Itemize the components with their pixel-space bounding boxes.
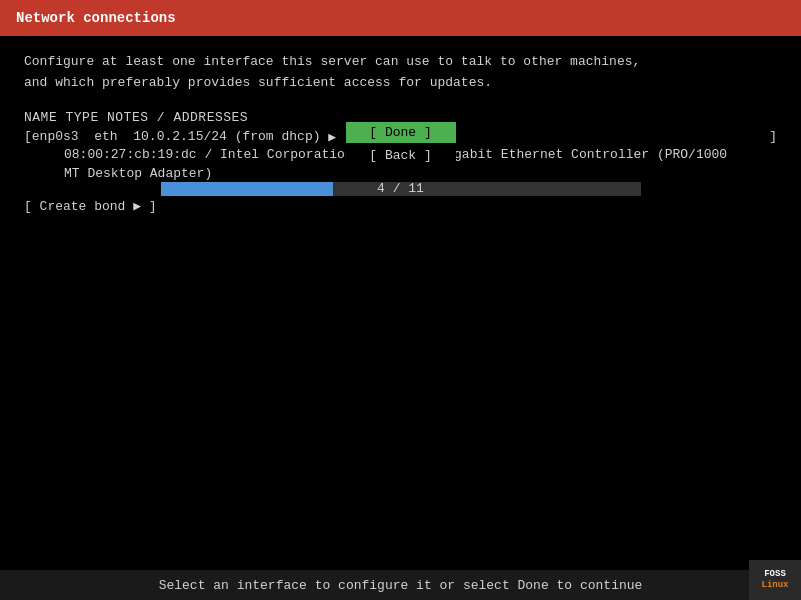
title-bar: Network connections	[0, 0, 801, 36]
button-area: [ Done ] [ Back ]	[0, 122, 801, 166]
foss-linux-badge: FOSS Linux	[749, 560, 801, 600]
progress-bar-fill	[161, 182, 334, 196]
create-bond[interactable]: [ Create bond ▶ ]	[24, 198, 777, 214]
progress-bar-track: 4 / 11	[161, 182, 641, 196]
back-button[interactable]: [ Back ]	[346, 145, 456, 166]
linux-text: Linux	[761, 580, 788, 591]
description: Configure at least one interface this se…	[24, 52, 777, 94]
foss-text: FOSS	[764, 569, 786, 580]
title-label: Network connections	[16, 10, 176, 26]
status-text: Select an interface to configure it or s…	[12, 578, 789, 593]
progress-area: 4 / 11	[0, 182, 801, 196]
status-bar: Select an interface to configure it or s…	[0, 570, 801, 600]
progress-label: 4 / 11	[377, 182, 424, 196]
done-button[interactable]: [ Done ]	[346, 122, 456, 143]
description-line2: and which preferably provides sufficient…	[24, 73, 777, 94]
description-line1: Configure at least one interface this se…	[24, 52, 777, 73]
